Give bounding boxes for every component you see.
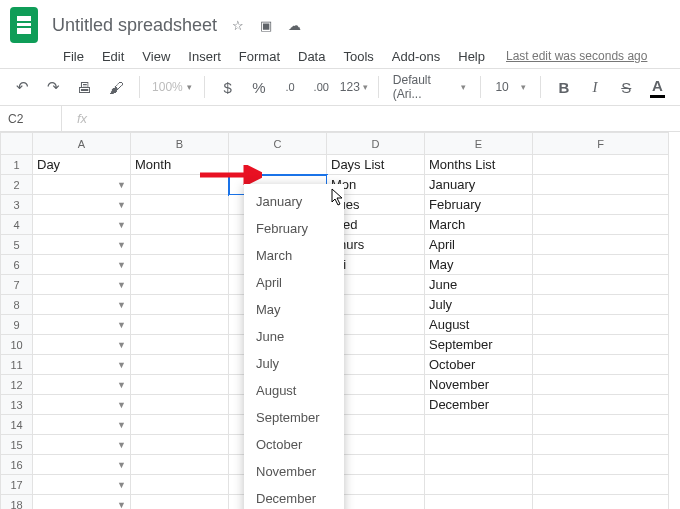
cell-F8[interactable]	[533, 295, 669, 315]
cell-B5[interactable]	[131, 235, 229, 255]
number-format-select[interactable]: 123▾	[340, 73, 368, 101]
cell-F18[interactable]	[533, 495, 669, 510]
row-header-9[interactable]: 9	[1, 315, 33, 335]
decrease-decimal-button[interactable]: .0	[278, 73, 303, 101]
cell-F12[interactable]	[533, 375, 669, 395]
row-header-15[interactable]: 15	[1, 435, 33, 455]
cell-dropdown-icon[interactable]: ▼	[117, 220, 126, 230]
cell-A3[interactable]: ▼	[33, 195, 131, 215]
cell-E1[interactable]: Months List	[425, 155, 533, 175]
data-validation-dropdown[interactable]: JanuaryFebruaryMarchAprilMayJuneJulyAugu…	[244, 184, 344, 509]
cell-dropdown-icon[interactable]: ▼	[117, 300, 126, 310]
cell-F17[interactable]	[533, 475, 669, 495]
dropdown-item-may[interactable]: May	[244, 296, 344, 323]
cell-B12[interactable]	[131, 375, 229, 395]
last-edit-link[interactable]: Last edit was seconds ago	[506, 49, 647, 63]
cell-F4[interactable]	[533, 215, 669, 235]
cell-B6[interactable]	[131, 255, 229, 275]
cell-dropdown-icon[interactable]: ▼	[117, 360, 126, 370]
dropdown-item-november[interactable]: November	[244, 458, 344, 485]
cell-dropdown-icon[interactable]: ▼	[117, 240, 126, 250]
cell-F6[interactable]	[533, 255, 669, 275]
cell-dropdown-icon[interactable]: ▼	[117, 500, 126, 510]
text-color-button[interactable]: A	[645, 73, 670, 101]
cell-dropdown-icon[interactable]: ▼	[117, 480, 126, 490]
doc-title[interactable]: Untitled spreadsheet	[52, 15, 217, 36]
cell-F9[interactable]	[533, 315, 669, 335]
increase-decimal-button[interactable]: .00	[309, 73, 334, 101]
row-header-5[interactable]: 5	[1, 235, 33, 255]
cell-B13[interactable]	[131, 395, 229, 415]
dropdown-item-march[interactable]: March	[244, 242, 344, 269]
percent-button[interactable]: %	[246, 73, 271, 101]
menu-data[interactable]: Data	[291, 47, 332, 66]
column-header-D[interactable]: D	[327, 133, 425, 155]
cell-A7[interactable]: ▼	[33, 275, 131, 295]
menu-help[interactable]: Help	[451, 47, 492, 66]
cell-E9[interactable]: August	[425, 315, 533, 335]
cell-E13[interactable]: December	[425, 395, 533, 415]
column-header-B[interactable]: B	[131, 133, 229, 155]
cell-B11[interactable]	[131, 355, 229, 375]
dropdown-item-july[interactable]: July	[244, 350, 344, 377]
cell-E2[interactable]: January	[425, 175, 533, 195]
cell-E4[interactable]: March	[425, 215, 533, 235]
cell-E11[interactable]: October	[425, 355, 533, 375]
row-header-17[interactable]: 17	[1, 475, 33, 495]
row-header-4[interactable]: 4	[1, 215, 33, 235]
cell-E6[interactable]: May	[425, 255, 533, 275]
cell-A6[interactable]: ▼	[33, 255, 131, 275]
row-header-13[interactable]: 13	[1, 395, 33, 415]
column-header-E[interactable]: E	[425, 133, 533, 155]
row-header-6[interactable]: 6	[1, 255, 33, 275]
cell-A2[interactable]: ▼	[33, 175, 131, 195]
dropdown-item-june[interactable]: June	[244, 323, 344, 350]
cell-D1[interactable]: Days List	[327, 155, 425, 175]
cell-F16[interactable]	[533, 455, 669, 475]
print-icon[interactable]: 🖶	[72, 73, 97, 101]
dropdown-item-april[interactable]: April	[244, 269, 344, 296]
cell-F10[interactable]	[533, 335, 669, 355]
cell-dropdown-icon[interactable]: ▼	[117, 440, 126, 450]
bold-button[interactable]: B	[551, 73, 576, 101]
cell-E16[interactable]	[425, 455, 533, 475]
row-header-11[interactable]: 11	[1, 355, 33, 375]
row-header-10[interactable]: 10	[1, 335, 33, 355]
cell-F14[interactable]	[533, 415, 669, 435]
row-header-1[interactable]: 1	[1, 155, 33, 175]
cell-B9[interactable]	[131, 315, 229, 335]
menu-format[interactable]: Format	[232, 47, 287, 66]
cell-F7[interactable]	[533, 275, 669, 295]
cell-B4[interactable]	[131, 215, 229, 235]
row-header-7[interactable]: 7	[1, 275, 33, 295]
row-header-12[interactable]: 12	[1, 375, 33, 395]
cell-A17[interactable]: ▼	[33, 475, 131, 495]
cell-dropdown-icon[interactable]: ▼	[117, 320, 126, 330]
cell-F3[interactable]	[533, 195, 669, 215]
cell-dropdown-icon[interactable]: ▼	[117, 380, 126, 390]
menu-edit[interactable]: Edit	[95, 47, 131, 66]
cloud-icon[interactable]: ☁	[285, 18, 303, 33]
row-header-8[interactable]: 8	[1, 295, 33, 315]
cell-A18[interactable]: ▼	[33, 495, 131, 510]
menu-view[interactable]: View	[135, 47, 177, 66]
cell-B14[interactable]	[131, 415, 229, 435]
cell-dropdown-icon[interactable]: ▼	[117, 180, 126, 190]
column-header-A[interactable]: A	[33, 133, 131, 155]
cell-E17[interactable]	[425, 475, 533, 495]
move-icon[interactable]: ▣	[257, 18, 275, 33]
menu-file[interactable]: File	[56, 47, 91, 66]
currency-button[interactable]: $	[215, 73, 240, 101]
menu-add-ons[interactable]: Add-ons	[385, 47, 447, 66]
cell-dropdown-icon[interactable]: ▼	[117, 340, 126, 350]
cell-E10[interactable]: September	[425, 335, 533, 355]
cell-A5[interactable]: ▼	[33, 235, 131, 255]
corner-cell[interactable]	[1, 133, 33, 155]
name-box[interactable]: C2	[0, 106, 62, 131]
dropdown-item-december[interactable]: December	[244, 485, 344, 509]
cell-B16[interactable]	[131, 455, 229, 475]
cell-dropdown-icon[interactable]: ▼	[117, 280, 126, 290]
cell-F11[interactable]	[533, 355, 669, 375]
cell-A15[interactable]: ▼	[33, 435, 131, 455]
row-header-14[interactable]: 14	[1, 415, 33, 435]
